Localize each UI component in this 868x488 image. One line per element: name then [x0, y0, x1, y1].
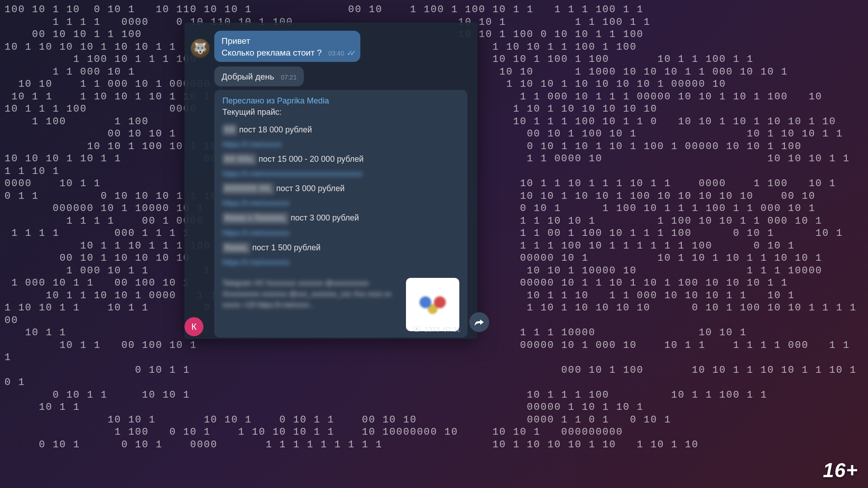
views-icon — [413, 326, 421, 332]
forwarded-message[interactable]: Переслано из Paprika Media Текущий прайс… — [214, 90, 467, 338]
avatar-sender[interactable]: К — [184, 317, 203, 336]
price-item: XX пост 18 000 рублей — [222, 124, 459, 136]
price-text: пост 3 000 рублей — [274, 184, 344, 193]
share-button[interactable] — [469, 312, 489, 332]
blurred-channel-name: Xxxxx, — [222, 242, 250, 253]
read-checks-icon: ✓✓ — [347, 49, 353, 57]
price-item: XX XXx, пост 15 000 - 20 000 рублей — [222, 154, 459, 165]
blurred-link[interactable]: https://t.me/xxxxxxx — [222, 258, 289, 267]
message-outgoing: 🐺 Привет Сколько реклама стоит ? 03:40 ✓… — [191, 31, 471, 62]
share-arrow-icon — [474, 318, 484, 327]
blurred-link[interactable]: https://t.me/xxxxxxxxxxxxxxxxxxxxxxxxxx — [222, 169, 363, 178]
message-text-line1: Привет — [222, 35, 353, 47]
avatar-wolf[interactable]: 🐺 — [191, 39, 210, 58]
price-text: пост 1 500 рублей — [250, 243, 321, 252]
blurred-channel-name: XX — [222, 124, 237, 136]
link-preview[interactable]: Telegram XX Xxxxxxxx xxxxxxx @xxxxxxxxxx… — [222, 278, 459, 331]
price-item: Xxxxx x Xxxxxxx, пост 3 000 рублей — [222, 212, 459, 224]
price-text: пост 3 000 рублей — [288, 213, 359, 222]
price-text: пост 15 000 - 20 000 рублей — [256, 155, 363, 164]
blurred-channel-name: XX XXx, — [222, 154, 256, 165]
message-incoming: Добрый день 07:21 — [214, 66, 471, 86]
link-preview-text: Telegram XX Xxxxxxxx xxxxxxx @xxxxxxxxxx… — [222, 278, 400, 310]
blurred-channel-name: XXXXXX XX, — [222, 183, 274, 194]
blurred-channel-name: Xxxxx x Xxxxxxx, — [222, 212, 288, 224]
forward-subheader: Текущий прайс: — [222, 108, 459, 117]
views-count: 1373 — [425, 325, 439, 333]
blurred-link[interactable]: https://t.me/xxxxxxx — [222, 229, 289, 238]
link-preview-image — [406, 278, 459, 331]
message-bubble-outgoing[interactable]: Привет Сколько реклама стоит ? 03:40 ✓✓ — [214, 31, 360, 62]
message-text-line2: Сколько реклама стоит ? — [222, 48, 322, 57]
message-time: 07:21 — [281, 74, 297, 81]
message-time: 03:40 — [328, 50, 344, 57]
forward-source[interactable]: Переслано из Paprika Media — [222, 96, 459, 106]
blurred-link[interactable]: https://t.me/xxxxxxx — [222, 199, 289, 208]
message-bubble-incoming[interactable]: Добрый день 07:21 — [214, 66, 304, 86]
avatar-row-bottom: К — [184, 317, 203, 336]
forward-time: 07:21 — [443, 325, 460, 333]
price-list: XX пост 18 000 рублейhttps://t.me/xxxxxX… — [222, 124, 459, 272]
price-item: XXXXXX XX, пост 3 000 рублей — [222, 183, 459, 194]
price-text: пост 18 000 рублей — [237, 125, 312, 134]
blurred-link[interactable]: https://t.me/xxxxx — [222, 140, 282, 149]
forward-meta: 1373 07:21 — [413, 325, 460, 333]
message-text: Добрый день — [222, 72, 274, 81]
price-item: Xxxxx, пост 1 500 рублей — [222, 242, 459, 253]
chat-window: 🐺 Привет Сколько реклама стоит ? 03:40 ✓… — [184, 23, 477, 339]
age-rating-badge: 16+ — [823, 459, 858, 482]
